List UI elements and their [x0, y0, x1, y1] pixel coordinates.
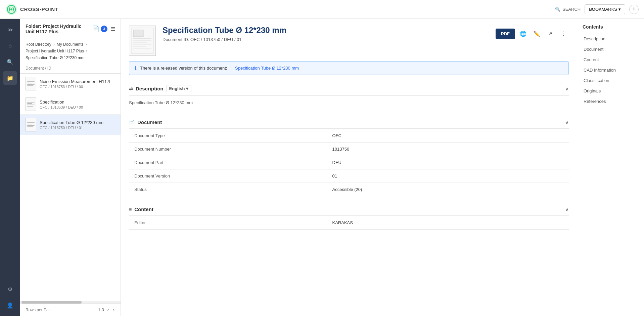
description-collapse-button[interactable]: ∧ — [565, 86, 569, 91]
breadcrumb-current: Specification Tube Ø 12*230 mm — [26, 55, 84, 60]
breadcrumb-mydocs[interactable]: My Documents — [57, 42, 84, 47]
doc-list-item[interactable]: Specification Tube Ø 12*230 mm OFC / 101… — [20, 115, 121, 135]
language-selector[interactable]: English ▾ — [166, 85, 192, 92]
top-navigation: CROSS·POINT 🔍 SEARCH BOOKMARKS ▾ + — [0, 0, 644, 19]
doc-list-item[interactable]: Specification OFC / 1013539 / DEU / 00 — [20, 94, 121, 115]
globe-icon[interactable]: 🌐 — [518, 28, 528, 39]
field-label: Editor — [129, 216, 327, 230]
folder-title: Folder: Project Hydraulic Unit H117 Plus — [26, 24, 87, 34]
field-value: Accessible (20) — [327, 183, 569, 196]
folder-icon[interactable]: 📁 — [3, 71, 17, 85]
pagination-range: 1-3 — [98, 308, 104, 312]
svg-rect-4 — [133, 30, 143, 37]
folder-badge: 3 — [101, 26, 107, 32]
contents-item-description[interactable]: Description — [577, 34, 644, 44]
document-icon: 📄 — [92, 25, 99, 33]
contents-title: Contents — [577, 24, 644, 34]
doc-id: OFC / 1013753 / DEU / 00 — [40, 85, 115, 89]
content-section: ≡ Content ∧ Editor KARAKAS — [129, 203, 569, 230]
more-options-icon[interactable]: ⋮ — [558, 28, 569, 39]
menu-lines-icon[interactable]: ☰ — [111, 26, 115, 32]
pagination: 1-3 ‹ › — [98, 307, 115, 313]
doc-detail: Specification Tube Ø 12*230 mm Document … — [121, 19, 577, 316]
contents-item-document[interactable]: Document — [577, 44, 644, 54]
contents-item-originals[interactable]: Originals — [577, 86, 644, 96]
doc-title-row: Specification Tube Ø 12*230 mm Document … — [129, 26, 569, 56]
document-title-row: 📄 Document — [129, 119, 162, 125]
table-row: Document Number 1013750 — [129, 143, 569, 156]
field-label: Document Number — [129, 143, 327, 156]
expand-nav-icon[interactable]: ≫ — [3, 23, 17, 36]
field-value: OFC — [327, 129, 569, 143]
search-button[interactable]: 🔍 SEARCH — [555, 7, 581, 12]
pagination-prev-button[interactable]: ‹ — [107, 307, 110, 313]
pdf-button[interactable]: PDF — [496, 29, 515, 39]
field-value: KARAKAS — [327, 216, 569, 230]
settings-icon[interactable]: ⚙ — [3, 282, 17, 296]
doc-list-item[interactable]: Noise Emission Measurement H117l OFC / 1… — [20, 74, 121, 94]
field-label: Document Version — [129, 169, 327, 183]
breadcrumb-root[interactable]: Root Directory — [26, 42, 51, 47]
document-list: Noise Emission Measurement H117l OFC / 1… — [20, 74, 121, 301]
bookmarks-button[interactable]: BOOKMARKS ▾ — [585, 4, 625, 14]
description-section: ⇄ Description English ▾ ∧ Specification … — [129, 82, 569, 109]
content-collapse-button[interactable]: ∧ — [565, 207, 569, 212]
info-banner-link[interactable]: Specification Tube Ø 12*230 mm — [235, 66, 299, 71]
document-list-panel: Folder: Project Hydraulic Unit H117 Plus… — [20, 19, 121, 316]
user-icon[interactable]: 👤 — [3, 299, 17, 312]
doc-name: Specification — [40, 100, 115, 105]
logo-text: CROSS·POINT — [20, 6, 58, 12]
description-section-header: ⇄ Description English ▾ ∧ — [129, 82, 569, 96]
rows-per-page-label: Rows per Pa... — [26, 308, 52, 312]
doc-thumbnail — [26, 77, 36, 90]
doc-preview-thumbnail — [129, 26, 156, 56]
content-data-table: Editor KARAKAS — [129, 216, 569, 230]
pagination-next-button[interactable]: › — [112, 307, 115, 313]
main-content-area: Specification Tube Ø 12*230 mm Document … — [121, 19, 577, 316]
field-value: 01 — [327, 169, 569, 183]
edit-icon[interactable]: ✏️ — [531, 28, 542, 39]
contents-item-classification[interactable]: Classification — [577, 75, 644, 86]
field-label: Document Part — [129, 156, 327, 169]
field-value: DEU — [327, 156, 569, 169]
table-row: Document Part DEU — [129, 156, 569, 169]
doc-id: OFC / 1013750 / DEU / 01 — [40, 126, 115, 130]
folder-header: Folder: Project Hydraulic Unit H117 Plus… — [20, 19, 121, 39]
search-nav-icon[interactable]: 🔍 — [3, 55, 17, 69]
breadcrumb-sep-1: › — [53, 42, 55, 47]
icon-sidebar: ≫ ⌂ 🔍 📁 ⚙ 👤 — [0, 19, 20, 316]
field-label: Status — [129, 183, 327, 196]
field-label: Document Type — [129, 129, 327, 143]
doc-id-row: Document ID: OFC / 1013750 / DEU / 01 — [163, 37, 489, 42]
table-row: Status Accessible (20) — [129, 183, 569, 196]
doc-info: Specification Tube Ø 12*230 mm OFC / 101… — [40, 120, 115, 130]
doc-main-title: Specification Tube Ø 12*230 mm — [163, 26, 489, 35]
right-sidebar-contents: Contents Description Document Content CA… — [577, 19, 644, 316]
add-button[interactable]: + — [629, 5, 639, 14]
contents-item-cad[interactable]: CAD Information — [577, 65, 644, 75]
doc-name: Specification Tube Ø 12*230 mm — [40, 120, 115, 125]
translate-icon: ⇄ — [129, 86, 133, 91]
lang-chevron-icon: ▾ — [186, 86, 188, 91]
contents-item-references[interactable]: References — [577, 96, 644, 107]
field-value: 1013750 — [327, 143, 569, 156]
doc-id: OFC / 1013539 / DEU / 00 — [40, 105, 115, 109]
content-title-row: ≡ Content — [129, 206, 153, 212]
document-section: 📄 Document ∧ Document Type OFC Document … — [129, 116, 569, 196]
export-icon[interactable]: ↗ — [545, 28, 555, 39]
breadcrumb-sep-3: › — [86, 49, 87, 53]
doc-info: Specification OFC / 1013539 / DEU / 00 — [40, 100, 115, 109]
doc-id-label: Document ID: — [163, 37, 189, 42]
document-section-header: 📄 Document ∧ — [129, 116, 569, 129]
scrollbar-area — [20, 301, 121, 304]
home-icon[interactable]: ⌂ — [3, 39, 17, 52]
file-icon: 📄 — [129, 120, 135, 125]
scrollbar-thumb[interactable] — [21, 301, 82, 304]
breadcrumb-project[interactable]: Project Hydraulic Unit H117 Plus — [26, 49, 84, 53]
doc-list-header: Document / ID — [20, 63, 121, 74]
doc-thumbnail — [26, 97, 36, 111]
logo-icon — [5, 3, 17, 15]
description-text: Specification Tube Ø 12*230 mm — [129, 96, 569, 109]
contents-item-content[interactable]: Content — [577, 54, 644, 65]
document-collapse-button[interactable]: ∧ — [565, 120, 569, 125]
